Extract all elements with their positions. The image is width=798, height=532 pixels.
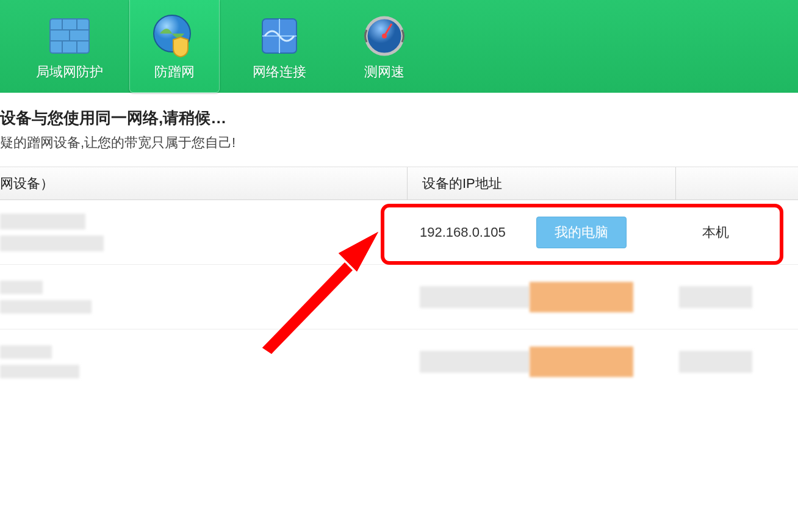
subheader-line2: 疑的蹭网设备,让您的带宽只属于您自己! bbox=[0, 134, 798, 152]
blurred-button bbox=[530, 282, 633, 312]
subheader: 设备与您使用同一网络,请稍候… 疑的蹭网设备,让您的带宽只属于您自己! bbox=[0, 93, 798, 167]
speedometer-icon bbox=[360, 12, 409, 60]
nav-label-network-connect: 网络连接 bbox=[253, 63, 306, 81]
table-body: 192.168.0.105 我的电脑 本机 bbox=[0, 200, 798, 394]
table-row: 192.168.0.105 我的电脑 本机 bbox=[0, 200, 798, 265]
firewall-icon bbox=[45, 12, 94, 60]
nav-label-lan-protect: 局域网防护 bbox=[36, 63, 103, 81]
cell-status bbox=[633, 351, 798, 373]
blurred-content bbox=[420, 286, 530, 308]
blurred-content bbox=[420, 351, 530, 373]
blurred-content bbox=[0, 214, 85, 229]
svg-point-15 bbox=[382, 34, 387, 38]
nav-label-speed-test: 测网速 bbox=[364, 63, 404, 81]
top-nav: 局域网防护 防蹭网 网络连接 bbox=[0, 0, 798, 93]
col-device: 网设备） bbox=[0, 167, 408, 200]
network-icon bbox=[255, 12, 304, 60]
blurred-content bbox=[0, 300, 92, 314]
subheader-line1: 设备与您使用同一网络,请稍候… bbox=[0, 107, 798, 129]
blurred-button bbox=[530, 347, 633, 377]
nav-item-lan-protect[interactable]: 局域网防护 bbox=[24, 0, 115, 93]
cell-device bbox=[0, 345, 408, 378]
blurred-content bbox=[0, 281, 43, 294]
cell-button-wrap bbox=[530, 347, 633, 377]
cell-status bbox=[633, 286, 798, 308]
nav-label-anti-squatting: 防蹭网 bbox=[154, 63, 195, 81]
table-header: 网设备） 设备的IP地址 bbox=[0, 167, 798, 200]
cell-device bbox=[0, 214, 408, 251]
col-ip: 设备的IP地址 bbox=[408, 167, 676, 200]
blurred-content bbox=[0, 345, 52, 359]
cell-button-wrap: 我的电脑 bbox=[530, 217, 633, 248]
table-row bbox=[0, 265, 798, 329]
cell-ip: 192.168.0.105 bbox=[408, 225, 530, 240]
blurred-content bbox=[0, 235, 104, 251]
blurred-content bbox=[0, 365, 79, 378]
globe-shield-icon bbox=[150, 12, 199, 60]
blurred-content bbox=[679, 351, 752, 373]
cell-device bbox=[0, 281, 408, 314]
table-row bbox=[0, 329, 798, 394]
cell-button-wrap bbox=[530, 282, 633, 312]
nav-item-network-connect[interactable]: 网络连接 bbox=[234, 0, 325, 93]
cell-status: 本机 bbox=[633, 223, 798, 242]
nav-item-speed-test[interactable]: 测网速 bbox=[339, 0, 430, 93]
blurred-content bbox=[679, 286, 752, 308]
nav-item-anti-squatting[interactable]: 防蹭网 bbox=[129, 0, 220, 93]
my-computer-button[interactable]: 我的电脑 bbox=[536, 217, 627, 248]
cell-ip bbox=[408, 286, 530, 308]
cell-ip bbox=[408, 351, 530, 373]
